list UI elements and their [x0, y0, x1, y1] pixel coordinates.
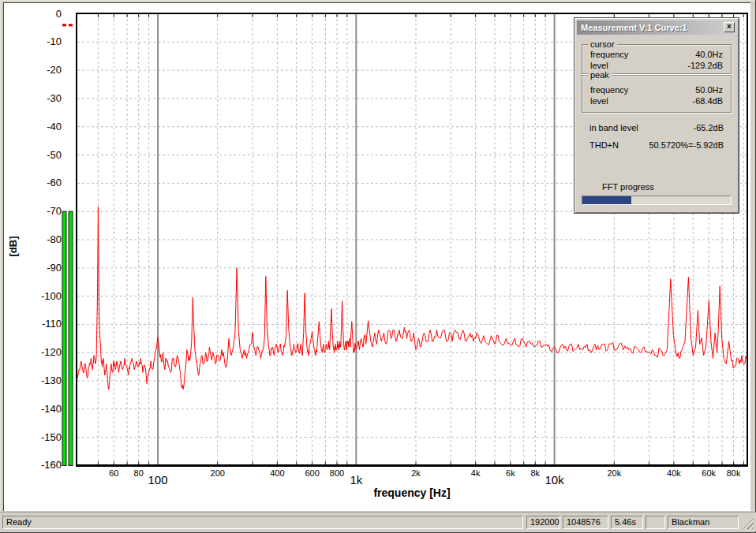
- in-band-level-row: in band level -65.2dB: [589, 123, 724, 134]
- row-value: -68.4dB: [692, 96, 723, 107]
- row-label: level: [590, 96, 608, 107]
- status-bar: Ready 192000 1048576 5.46s Blackman: [0, 512, 756, 531]
- measurement-panel: Measurement V:1 Curve:1 × cursor frequen…: [574, 17, 739, 214]
- status-ready: Ready: [2, 516, 523, 529]
- close-button[interactable]: ×: [724, 22, 735, 32]
- row-label: frequency: [590, 50, 628, 61]
- panel-title-bar[interactable]: Measurement V:1 Curve:1 ×: [577, 20, 736, 35]
- thd-row: THD+N 50.5720%=-5.92dB: [589, 140, 724, 151]
- panel-title: Measurement V:1 Curve:1: [581, 23, 687, 32]
- row-value: -65.2dB: [693, 123, 724, 134]
- resize-grip[interactable]: [743, 518, 754, 529]
- status-field-fft-window: Blackman: [668, 516, 739, 529]
- status-field-time: 5.46s: [611, 516, 643, 529]
- y-axis-title: [dB]: [7, 223, 19, 270]
- row-label: in band level: [589, 123, 638, 134]
- fft-progress-bar: [582, 196, 732, 205]
- status-field-sample-rate: 192000: [526, 516, 560, 529]
- status-field-fft-size: 1048576: [563, 516, 608, 529]
- fft-progress-label: FFT progress: [602, 182, 654, 192]
- fft-progress-fill: [582, 196, 631, 204]
- x-axis-title: frequency [Hz]: [317, 486, 507, 499]
- measurement-row: frequency 40.0Hz: [590, 50, 723, 61]
- row-value: 50.5720%=-5.92dB: [649, 140, 724, 151]
- group-label: peak: [588, 70, 612, 80]
- measurement-row: frequency 50.0Hz: [590, 85, 723, 96]
- group-label: cursor: [588, 39, 617, 49]
- peak-group: peak frequency 50.0Hz level -68.4dB: [582, 75, 732, 113]
- app-window: 60802004006008002k4k6k8k20k40k60k80k1001…: [0, 0, 756, 533]
- row-label: THD+N: [589, 140, 619, 151]
- row-label: frequency: [590, 85, 628, 96]
- row-value: 40.0Hz: [695, 50, 723, 61]
- row-value: -129.2dB: [687, 61, 723, 72]
- status-field-spare: [646, 516, 665, 529]
- measurement-row: level -68.4dB: [590, 96, 723, 107]
- row-value: 50.0Hz: [695, 85, 723, 96]
- close-icon: ×: [727, 22, 732, 31]
